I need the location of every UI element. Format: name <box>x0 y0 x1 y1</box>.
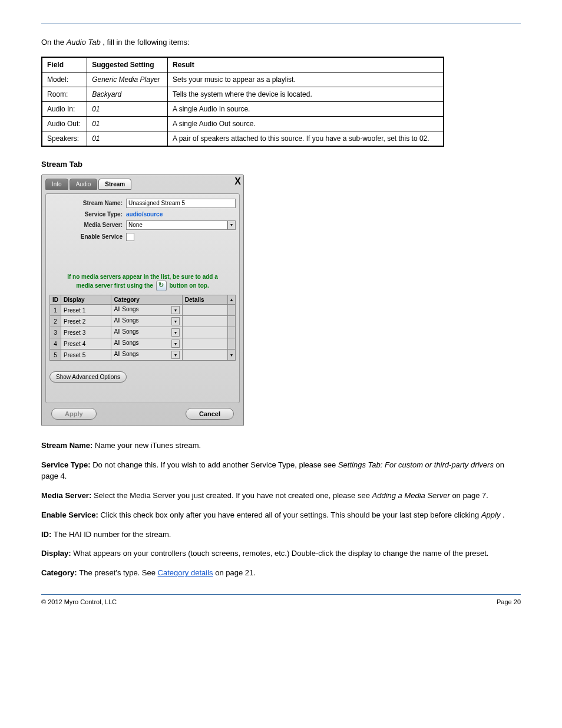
table-row: Room:BackyardTells the system where the … <box>42 87 444 101</box>
preset-id: 2 <box>50 316 61 327</box>
preset-id: 5 <box>50 350 61 361</box>
preset-id: 1 <box>50 305 61 316</box>
pth-details: Details <box>182 295 227 305</box>
preset-display[interactable]: Preset 1 <box>61 305 111 316</box>
row-enable-service: Enable Service <box>49 233 236 241</box>
row-stream-name: Stream Name: <box>49 199 236 208</box>
category-details-link[interactable]: Category details <box>158 568 213 577</box>
hint-text: If no media servers appear in the list, … <box>53 273 232 292</box>
chevron-down-icon[interactable]: ▾ <box>171 306 180 314</box>
scrollbar-track[interactable] <box>228 327 236 338</box>
preset-category[interactable]: All Songs▾ <box>111 327 182 338</box>
preset-display[interactable]: Preset 3 <box>61 327 111 338</box>
chevron-down-icon[interactable]: ▾ <box>171 328 180 337</box>
preset-details <box>182 316 227 327</box>
th-setting: Suggested Setting <box>87 57 168 73</box>
lbl-service-type: Service Type: <box>49 211 126 218</box>
th-result: Result <box>167 57 443 73</box>
chevron-down-icon[interactable]: ▾ <box>171 351 180 359</box>
preset-category[interactable]: All Songs▾ <box>111 305 182 316</box>
header-divider <box>41 24 521 24</box>
cell-result: A pair of speakers attached to this sour… <box>167 131 443 146</box>
preset-category[interactable]: All Songs▾ <box>111 316 182 327</box>
tab-info[interactable]: Info <box>45 179 68 190</box>
val-service-type: audio/source <box>126 211 163 218</box>
tab-stream[interactable]: Stream <box>98 179 131 190</box>
table-row: Speakers:01A pair of speakers attached t… <box>42 131 444 146</box>
media-server-dropdown-icon[interactable]: ▾ <box>227 220 236 230</box>
preset-display[interactable]: Preset 2 <box>61 316 111 327</box>
cell-field: Speakers: <box>42 131 87 146</box>
table-row: Model:Generic Media PlayerSets your musi… <box>42 72 444 87</box>
form-area: Stream Name: Service Type: audio/source … <box>45 193 240 404</box>
preset-row: 4Preset 4All Songs▾ <box>50 338 236 350</box>
cell-setting: Backyard <box>87 87 168 101</box>
footer-right: Page 20 <box>497 598 521 605</box>
checkbox-enable-service[interactable] <box>126 233 134 241</box>
refresh-icon <box>156 281 167 291</box>
preset-row: 5Preset 5All Songs▾▾ <box>50 350 236 361</box>
pth-display: Display <box>61 295 111 305</box>
close-icon[interactable]: X <box>234 176 241 187</box>
para-display: Display: What appears on your controller… <box>41 548 521 559</box>
para-stream-name: Stream Name: Name your new iTunes stream… <box>41 440 521 452</box>
preset-display[interactable]: Preset 5 <box>61 350 111 361</box>
row-media-server: Media Server: ▾ <box>49 220 236 230</box>
para-id: ID: The HAI ID number for the stream. <box>41 529 521 541</box>
scroll-up-icon[interactable]: ▴ <box>228 295 236 305</box>
cell-field: Audio Out: <box>42 116 87 131</box>
cell-setting: 01 <box>87 131 168 146</box>
stream-dialog: X Info Audio Stream Stream Name: Service… <box>41 174 244 427</box>
cell-field: Audio In: <box>42 101 87 116</box>
input-stream-name[interactable] <box>126 199 236 208</box>
audio-table: Field Suggested Setting Result Model:Gen… <box>41 57 444 147</box>
th-field: Field <box>42 57 87 73</box>
table-row: Audio Out:01A single Audio Out source. <box>42 116 444 131</box>
scrollbar-track[interactable]: ▾ <box>228 350 236 361</box>
cell-result: Sets your music to appear as a playlist. <box>167 72 443 87</box>
intro-paragraph: On the Audio Tab , fill in the following… <box>41 37 521 48</box>
para-service-type: Service Type: Do not change this. If you… <box>41 460 521 482</box>
scrollbar-track[interactable] <box>228 338 236 350</box>
scroll-down-icon[interactable]: ▾ <box>230 353 233 358</box>
lbl-media-server: Media Server: <box>49 222 126 228</box>
preset-row: 1Preset 1All Songs▾ <box>50 305 236 316</box>
cell-setting: Generic Media Player <box>87 72 168 87</box>
cell-field: Room: <box>42 87 87 101</box>
footer: © 2012 Myro Control, LLC Page 20 <box>41 595 521 605</box>
preset-row: 3Preset 3All Songs▾ <box>50 327 236 338</box>
table-row: Audio In:01A single Audio In source. <box>42 101 444 116</box>
pth-id: ID <box>50 295 61 305</box>
chevron-down-icon[interactable]: ▾ <box>171 317 180 325</box>
row-service-type: Service Type: audio/source <box>49 211 236 218</box>
preset-category[interactable]: All Songs▾ <box>111 338 182 350</box>
preset-details <box>182 305 227 316</box>
pth-category: Category <box>111 295 182 305</box>
lbl-enable-service: Enable Service <box>49 233 126 240</box>
scrollbar-track[interactable] <box>228 305 236 316</box>
preset-category[interactable]: All Songs▾ <box>111 350 182 361</box>
body-text: Stream Name: Name your new iTunes stream… <box>41 440 521 579</box>
scrollbar-track[interactable] <box>228 316 236 327</box>
footer-left: © 2012 Myro Control, LLC <box>41 598 117 605</box>
preset-display[interactable]: Preset 4 <box>61 338 111 350</box>
preset-details <box>182 327 227 338</box>
tab-audio[interactable]: Audio <box>70 179 98 190</box>
cell-result: A single Audio In source. <box>167 101 443 116</box>
cell-result: A single Audio Out source. <box>167 116 443 131</box>
preset-id: 3 <box>50 327 61 338</box>
cell-field: Model: <box>42 72 87 87</box>
chevron-down-icon[interactable]: ▾ <box>171 340 180 348</box>
show-advanced-button[interactable]: Show Advanced Options <box>49 371 127 383</box>
para-enable-service: Enable Service: Click this check box onl… <box>41 510 521 521</box>
cell-setting: 01 <box>87 116 168 131</box>
preset-row: 2Preset 2All Songs▾ <box>50 316 236 327</box>
cancel-button[interactable]: Cancel <box>186 408 234 420</box>
cell-result: Tells the system where the device is loc… <box>167 87 443 101</box>
preset-details <box>182 350 227 361</box>
apply-button[interactable]: Apply <box>51 408 97 420</box>
cell-setting: 01 <box>87 101 168 116</box>
preset-table: ID Display Category Details ▴ 1Preset 1A… <box>49 295 236 361</box>
input-media-server[interactable] <box>126 220 227 230</box>
stream-tab-label: Stream Tab <box>41 160 521 169</box>
